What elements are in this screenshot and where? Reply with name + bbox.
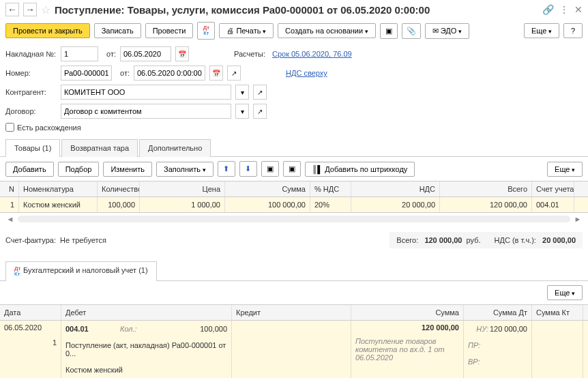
barcode-button[interactable]: ║▌ Добавить по штрихкоду [305, 162, 415, 177]
close-icon[interactable]: ✕ [574, 4, 583, 15]
open-icon[interactable]: ↗ [253, 85, 267, 100]
acc-more-button[interactable]: Еще [547, 285, 583, 300]
discrepancies-label: Есть расхождения [17, 123, 81, 132]
dropdown-icon[interactable]: ▾ [235, 104, 249, 119]
contract-input[interactable] [61, 104, 231, 119]
acc-grid-header: Дата Дебет Кредит Сумма Сумма Дт Сумма К… [0, 305, 588, 321]
create-based-button[interactable]: Создать на основании [278, 23, 376, 38]
calendar-icon[interactable]: 📅 [175, 46, 189, 61]
copy-button[interactable]: ▣ [261, 161, 279, 177]
nav-back[interactable]: ← [5, 3, 19, 16]
invoice-date-input[interactable] [120, 46, 171, 61]
external-icon[interactable]: ↗ [227, 66, 241, 81]
edo-button[interactable]: ✉ ЭДО [425, 23, 469, 39]
sf-label: Счет-фактура: [5, 236, 56, 244]
contract-label: Договор: [5, 107, 57, 115]
dropdown-icon[interactable]: ▾ [235, 85, 249, 100]
attach-button[interactable]: 📎 [402, 23, 421, 39]
select-button[interactable]: Подбор [58, 162, 100, 177]
acc-row[interactable]: 06.05.2020 1 004.01Кол.:100,000 Поступле… [0, 321, 588, 378]
grid-more-button[interactable]: Еще [547, 162, 583, 177]
invoice-num-input[interactable] [61, 46, 98, 61]
scroll-right[interactable]: ► [573, 214, 583, 224]
add-button[interactable]: Добавить [5, 162, 54, 177]
calc-link[interactable]: Срок 05.06.2020, 76.09 [272, 50, 352, 58]
number-input[interactable] [61, 66, 112, 81]
files-button[interactable]: ▣ [380, 23, 398, 39]
dtkt-button[interactable]: ДтКт [197, 22, 215, 40]
scroll-left[interactable]: ◄ [5, 214, 15, 224]
number-date-input[interactable] [134, 66, 205, 81]
down-button[interactable]: ⬇ [239, 161, 257, 177]
tab-accounting[interactable]: ДтКт Бухгалтерский и налоговый учет (1) [5, 261, 157, 281]
up-button[interactable]: ⬆ [218, 161, 235, 177]
table-row[interactable]: 1 Костюм женский 100,000 1 000,00 100 00… [0, 197, 588, 212]
print-button[interactable]: 🖨 Печать [219, 23, 274, 38]
tab-additional[interactable]: Дополнительно [139, 139, 211, 157]
paste-button[interactable]: ▣ [283, 161, 301, 177]
scrollbar[interactable] [18, 216, 570, 222]
calc-label: Расчеты: [234, 50, 265, 58]
fill-button[interactable]: Заполнить [156, 162, 214, 177]
more-button[interactable]: Еще [524, 23, 559, 38]
vat-link[interactable]: НДС сверху [286, 69, 327, 77]
page-title: Поступление: Товары, услуги, комиссия Ра… [55, 4, 538, 16]
post-button[interactable]: Провести [145, 23, 194, 38]
change-button[interactable]: Изменить [103, 162, 152, 177]
favorite-star[interactable]: ☆ [41, 3, 50, 16]
help-button[interactable]: ? [563, 23, 583, 38]
save-close-button[interactable]: Провести и закрыть [5, 23, 90, 38]
write-button[interactable]: Записать [94, 23, 141, 38]
nav-forward[interactable]: → [23, 3, 37, 16]
number-label: Номер: [5, 69, 57, 77]
menu-icon[interactable]: ⋮ [559, 4, 569, 15]
invoice-num-label: Накладная №: [5, 50, 57, 58]
counterparty-label: Контрагент: [5, 88, 57, 96]
counterparty-input[interactable] [61, 85, 231, 100]
open-icon[interactable]: ↗ [253, 104, 267, 119]
grid-header: N Номенклатура Количество Цена Сумма % Н… [0, 181, 588, 197]
tab-goods[interactable]: Товары (1) [5, 139, 60, 157]
link-icon[interactable]: 🔗 [542, 4, 554, 15]
discrepancies-checkbox[interactable] [5, 123, 14, 132]
calendar-icon[interactable]: 📅 [209, 66, 223, 81]
sf-value: Не требуется [60, 236, 106, 244]
tab-returnable[interactable]: Возвратная тара [61, 139, 138, 157]
